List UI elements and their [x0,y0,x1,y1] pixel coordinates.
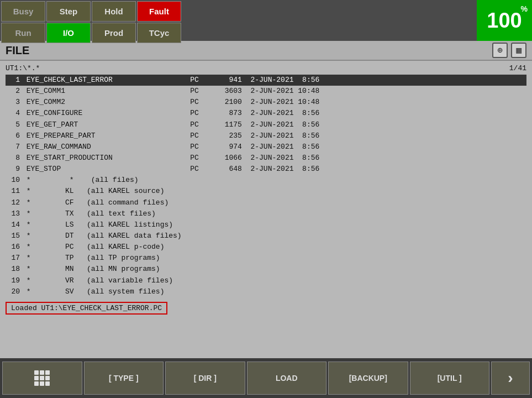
table-row[interactable]: 12 * CF (all command files) [6,197,526,208]
row-content: * KL (all KAREL source) [22,186,525,197]
row-content: EYE_CHECK_LAST_ERROR PC 941 2-JUN-2021 8… [22,75,525,86]
row-content: * DT (all KAREL data files) [22,231,525,242]
percent-value: 100 [487,9,522,33]
row-number: 1 [7,75,22,86]
row-number: 6 [7,130,22,142]
dir-button[interactable]: [ DIR ] [165,362,245,395]
title-icons: ⊕ ▦ [492,43,526,58]
file-list: 1 EYE_CHECK_LAST_ERROR PC 941 2-JUN-2021… [6,75,526,297]
row-number: 9 [7,164,22,175]
next-button[interactable]: › [491,362,530,395]
top-toolbar: Busy Step Hold Fault Run I/O Prod TCyc %… [0,0,532,41]
row-number: 3 [7,97,22,108]
page-info: 1/41 [509,64,526,72]
util-button[interactable]: [UTIL ] [410,362,490,395]
zoom-icon-button[interactable]: ⊕ [492,43,508,58]
title-bar: FILE ⊕ ▦ [0,41,532,61]
row-number: 4 [7,108,22,119]
row-number: 7 [7,142,22,153]
toolbar-buttons: Busy Step Hold Fault Run I/O Prod TCyc [0,0,477,41]
row-number: 8 [7,153,22,164]
main-content: UT1:\*.* 1/41 1 EYE_CHECK_LAST_ERROR PC … [0,61,532,358]
row-content: * * (all files) [22,175,525,186]
grid-cell [45,381,50,386]
table-row[interactable]: 3 EYE_COMM2 PC 2100 2-JUN-2021 10:48 [6,97,526,108]
row-content: * VR (all variable files) [22,275,525,286]
table-row[interactable]: 14 * LS (all KAREL listings) [6,219,526,231]
table-row[interactable]: 6 EYE_PREPARE_PART PC 235 2-JUN-2021 8:5… [6,130,526,142]
row-content: * MN (all MN programs) [22,264,525,275]
prod-button[interactable]: Prod [92,23,136,43]
table-row[interactable]: 8 EYE_START_PRODUCTION PC 1066 2-JUN-202… [6,153,526,164]
percent-sign: % [521,4,528,13]
table-row[interactable]: 20 * SV (all system files) [6,286,526,297]
table-row[interactable]: 1 EYE_CHECK_LAST_ERROR PC 941 2-JUN-2021… [6,75,526,86]
row-number: 15 [7,231,22,242]
tcyc-button[interactable]: TCyc [137,23,181,43]
layout-icon: ▦ [516,45,522,56]
hold-button[interactable]: Hold [92,1,136,22]
grid-cell [34,370,39,375]
table-row[interactable]: 4 EYE_CONFIGURE PC 873 2-JUN-2021 8:56 [6,108,526,119]
page-title: FILE [6,44,29,57]
table-row[interactable]: 5 EYE_GET_PART PC 1175 2-JUN-2021 8:56 [6,119,526,130]
bottom-toolbar: [ TYPE ] [ DIR ] LOAD [BACKUP] [UTIL ] › [0,358,532,398]
row-number: 16 [7,242,22,253]
fault-button[interactable]: Fault [137,1,181,22]
grid-cell [40,370,44,375]
table-row[interactable]: 19 * VR (all variable files) [6,275,526,286]
row-content: * SV (all system files) [22,286,525,297]
grid-cell [45,376,50,380]
row-content: * LS (all KAREL listings) [22,219,525,231]
zoom-icon: ⊕ [497,45,503,56]
table-row[interactable]: 16 * PC (all KAREL p-code) [6,242,526,253]
row-content: EYE_COMM1 PC 3603 2-JUN-2021 10:48 [22,86,525,97]
run-button[interactable]: Run [1,23,45,43]
row-number: 5 [7,119,22,130]
row-content: EYE_PREPARE_PART PC 235 2-JUN-2021 8:56 [22,130,525,142]
table-row[interactable]: 15 * DT (all KAREL data files) [6,231,526,242]
status-message: Loaded UT1:\EYE_CHECK_LAST_ERROR.PC [6,302,167,315]
table-row[interactable]: 13 * TX (all text files) [6,208,526,219]
row-content: * TX (all text files) [22,208,525,219]
path-text: UT1:\*.* [6,64,40,72]
busy-button[interactable]: Busy [1,1,45,22]
row-number: 20 [7,286,22,297]
row-content: EYE_RAW_COMMAND PC 974 2-JUN-2021 8:56 [22,142,525,153]
grid-cell [34,376,39,380]
grid-cell [45,370,50,375]
backup-button[interactable]: [BACKUP] [328,362,408,395]
row-content: EYE_CONFIGURE PC 873 2-JUN-2021 8:56 [22,108,525,119]
table-row[interactable]: 10 * * (all files) [6,175,526,186]
grid-cell [40,381,44,386]
row-number: 14 [7,219,22,231]
row-number: 17 [7,253,22,264]
grid-icon [34,370,50,386]
io-button[interactable]: I/O [46,23,91,43]
row-content: * PC (all KAREL p-code) [22,242,525,253]
row-content: EYE_COMM2 PC 2100 2-JUN-2021 10:48 [22,97,525,108]
row-number: 13 [7,208,22,219]
row-content: * CF (all command files) [22,197,525,208]
layout-icon-button[interactable]: ▦ [511,43,526,58]
row-number: 10 [7,175,22,186]
table-row[interactable]: 7 EYE_RAW_COMMAND PC 974 2-JUN-2021 8:56 [6,142,526,153]
grid-cell [34,381,39,386]
row-number: 11 [7,186,22,197]
table-row[interactable]: 17 * TP (all TP programs) [6,253,526,264]
table-row[interactable]: 9 EYE_STOP PC 648 2-JUN-2021 8:56 [6,164,526,175]
percent-display: % 100 [477,0,532,41]
grid-button[interactable] [2,362,82,395]
path-line: UT1:\*.* 1/41 [6,64,526,72]
row-content: * TP (all TP programs) [22,253,525,264]
step-button[interactable]: Step [46,1,91,22]
row-number: 2 [7,86,22,97]
load-button[interactable]: LOAD [247,362,327,395]
row-number: 12 [7,197,22,208]
table-row[interactable]: 11 * KL (all KAREL source) [6,186,526,197]
table-row[interactable]: 18 * MN (all MN programs) [6,264,526,275]
type-button[interactable]: [ TYPE ] [84,362,164,395]
row-content: EYE_GET_PART PC 1175 2-JUN-2021 8:56 [22,119,525,130]
table-row[interactable]: 2 EYE_COMM1 PC 3603 2-JUN-2021 10:48 [6,86,526,97]
grid-cell [40,376,44,380]
